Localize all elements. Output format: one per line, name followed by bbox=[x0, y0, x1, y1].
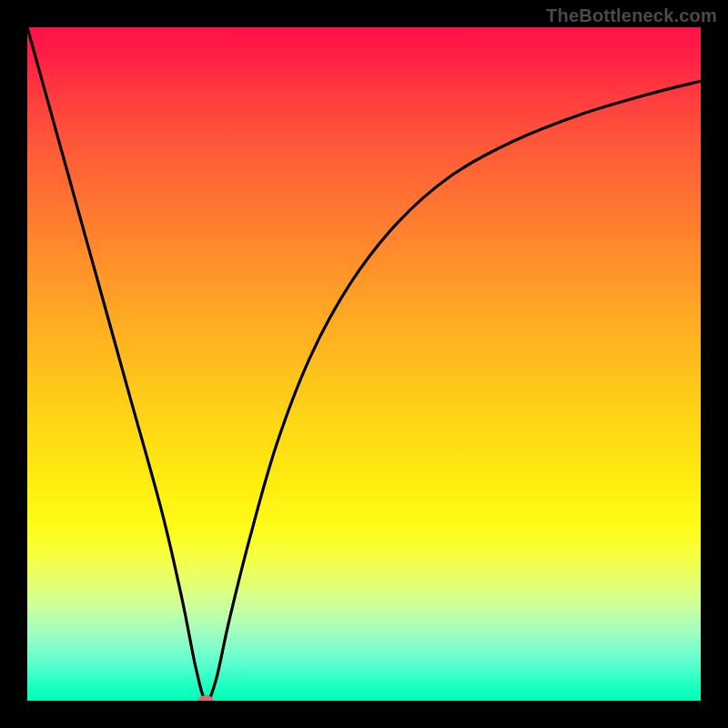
plot-area bbox=[27, 27, 701, 701]
chart-frame: TheBottleneck.com bbox=[0, 0, 728, 728]
watermark-text: TheBottleneck.com bbox=[546, 5, 717, 26]
bottleneck-curve bbox=[27, 27, 701, 701]
curve-layer bbox=[27, 27, 701, 701]
